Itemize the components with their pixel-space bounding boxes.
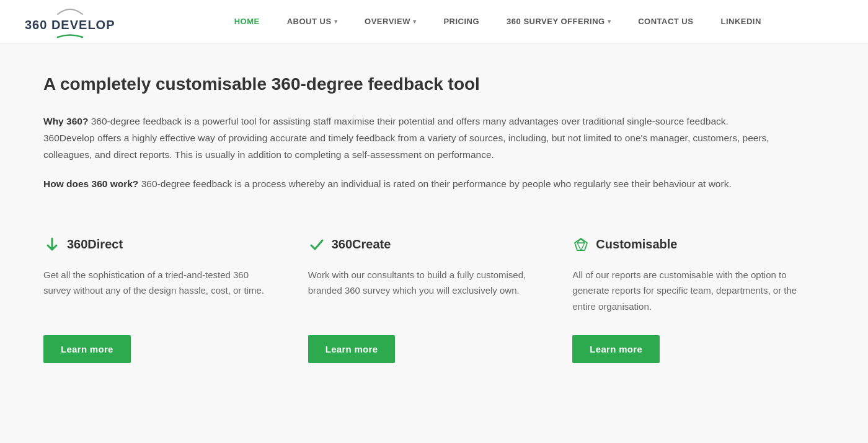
learn-more-customisable-button[interactable]: Learn more xyxy=(572,335,660,363)
card-360direct-description: Get all the sophistication of a tried-an… xyxy=(43,267,277,317)
check-icon xyxy=(308,236,326,253)
logo-arc-icon xyxy=(55,4,86,17)
arrow-down-icon xyxy=(43,236,61,253)
chevron-down-icon: ▾ xyxy=(608,0,611,43)
intro-para2-bold: How does 360 work? xyxy=(43,178,138,189)
chevron-down-icon: ▾ xyxy=(413,0,417,43)
svg-marker-0 xyxy=(575,239,587,250)
intro-para2-text: 360-degree feedback is a process whereby… xyxy=(138,178,731,189)
nav-linkedin[interactable]: LINKEDIN xyxy=(707,0,774,43)
nav-pricing[interactable]: PRICING xyxy=(430,0,493,43)
card-customisable: Customisable All of our reports are cust… xyxy=(572,224,825,382)
card-360create-description: Work with our consultants to build a ful… xyxy=(308,267,542,317)
learn-more-360direct-button[interactable]: Learn more xyxy=(43,335,131,363)
chevron-down-icon: ▾ xyxy=(334,0,338,43)
card-customisable-header: Customisable xyxy=(572,236,806,253)
nav-contact[interactable]: CONTACT US xyxy=(624,0,707,43)
logo-underline-icon xyxy=(56,32,84,38)
nav-about[interactable]: ABOUT US ▾ xyxy=(273,0,351,43)
page-title: A completely customisable 360-degree fee… xyxy=(43,74,825,94)
nav-home[interactable]: HOME xyxy=(221,0,273,43)
svg-line-3 xyxy=(581,243,585,250)
card-360direct: 360Direct Get all the sophistication of … xyxy=(43,224,296,382)
nav-overview[interactable]: OVERVIEW ▾ xyxy=(351,0,430,43)
intro-para1-text: 360-degree feedback is a powerful tool f… xyxy=(43,116,769,160)
logo[interactable]: 360 DEVELOP xyxy=(25,4,115,38)
card-360create-title: 360Create xyxy=(332,237,391,252)
intro-para-1: Why 360? 360-degree feedback is a powerf… xyxy=(43,113,775,163)
svg-line-2 xyxy=(577,243,581,250)
logo-text: 360 DEVELOP xyxy=(25,18,115,32)
card-360create-header: 360Create xyxy=(308,236,542,253)
gem-icon xyxy=(572,236,590,253)
card-360create: 360Create Work with our consultants to b… xyxy=(308,224,560,382)
card-360direct-header: 360Direct xyxy=(43,236,277,253)
card-customisable-title: Customisable xyxy=(596,237,677,252)
main-content: A completely customisable 360-degree fee… xyxy=(0,43,868,406)
card-customisable-description: All of our reports are customisable with… xyxy=(572,267,806,317)
nav: HOME ABOUT US ▾ OVERVIEW ▾ PRICING 360 S… xyxy=(153,0,843,43)
intro-para1-bold: Why 360? xyxy=(43,116,88,126)
card-360direct-title: 360Direct xyxy=(67,237,123,252)
cards-section: 360Direct Get all the sophistication of … xyxy=(43,224,825,382)
header: 360 DEVELOP HOME ABOUT US ▾ OVERVIEW ▾ P… xyxy=(0,0,868,43)
nav-survey-offering[interactable]: 360 SURVEY OFFERING ▾ xyxy=(493,0,624,43)
learn-more-360create-button[interactable]: Learn more xyxy=(308,335,396,363)
intro-para-2: How does 360 work? 360-degree feedback i… xyxy=(43,175,775,192)
